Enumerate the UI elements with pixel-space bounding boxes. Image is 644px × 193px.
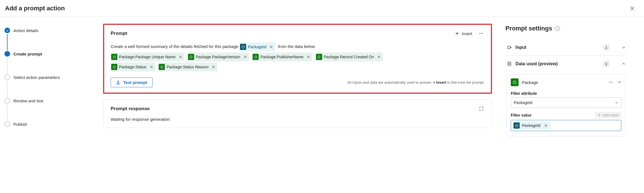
entity-icon (111, 64, 117, 70)
token-remove-button[interactable] (377, 55, 381, 59)
step-action-details[interactable]: Action details (4, 26, 91, 35)
svg-point-6 (318, 56, 320, 58)
svg-point-3 (113, 56, 115, 58)
token-remove-button[interactable] (243, 55, 248, 59)
step-dot-pending (4, 121, 10, 127)
token-status-reason[interactable]: Package.Status Reason (158, 62, 217, 71)
step-label: Review and test (13, 98, 43, 103)
dataverse-icon (240, 44, 246, 50)
svg-point-2 (482, 33, 483, 34)
svg-point-0 (479, 33, 480, 34)
more-horizontal-icon (609, 80, 613, 85)
token-remove-button[interactable] (306, 55, 311, 59)
token-label: Package.Record Created On (324, 53, 374, 61)
svg-point-5 (255, 56, 257, 58)
token-label: Package.Status (119, 63, 146, 71)
svg-point-9 (508, 62, 511, 63)
accordion-header-data-used[interactable]: Data used (preview) 1 (505, 56, 627, 72)
flask-icon (116, 80, 120, 85)
expand-button[interactable] (478, 106, 484, 112)
package-more-button[interactable] (607, 79, 614, 86)
entity-icon (253, 54, 259, 60)
chevron-up-icon (622, 62, 626, 66)
settings-title: Prompt settings (505, 25, 552, 32)
prompt-more-button[interactable] (478, 30, 484, 37)
accordion-header-input[interactable]: Input 1 (505, 39, 627, 56)
add-value-button: Add value (595, 112, 621, 118)
token-publisher-name[interactable]: Package.PublisherName (252, 52, 312, 61)
token-remove-button[interactable] (149, 65, 154, 69)
plus-icon (455, 31, 459, 36)
database-icon (507, 61, 512, 67)
filter-value-label: Filter value (511, 113, 531, 117)
step-select-action-parameters[interactable]: Select action parameters (4, 73, 91, 82)
settings-panel: Prompt settings i Input 1 (499, 17, 632, 193)
svg-point-1 (481, 33, 482, 34)
more-horizontal-icon (479, 31, 483, 36)
info-icon[interactable]: i (555, 26, 560, 31)
token-packageid-inline[interactable]: PackageId (239, 42, 275, 51)
test-prompt-label: Test prompt (123, 80, 147, 85)
step-label: Select action parameters (13, 75, 60, 80)
token-label: PackageId (248, 43, 266, 51)
chip-label: PackageId (522, 123, 540, 128)
input-icon (507, 45, 512, 50)
step-review-and-test[interactable]: Review and test (4, 96, 91, 105)
filter-value-chip[interactable]: PackageId (513, 122, 550, 129)
step-dot-pending (4, 98, 10, 103)
step-publish[interactable]: Publish (4, 120, 91, 129)
entity-icon (316, 54, 322, 60)
token-record-created-on[interactable]: Package.Record Created On (315, 52, 383, 61)
count-badge: 1 (603, 44, 609, 50)
svg-point-7 (113, 66, 115, 68)
step-label: Action details (13, 28, 38, 33)
svg-point-11 (609, 82, 610, 83)
filter-value-input[interactable]: PackageId (511, 120, 621, 131)
step-dot-pending (4, 74, 10, 80)
close-button[interactable] (628, 4, 637, 13)
token-label: Package.PackageVersion (196, 53, 241, 61)
close-icon (630, 6, 635, 11)
dataverse-icon (514, 122, 520, 129)
chevron-down-icon (615, 101, 618, 104)
token-remove-button[interactable] (178, 55, 183, 59)
prompt-response-card: Prompt response Waiting for response gen… (103, 99, 492, 128)
package-icon (511, 78, 519, 86)
entity-icon (111, 54, 117, 60)
filter-attribute-select[interactable]: PackageId (511, 97, 621, 108)
step-dot-active (4, 51, 10, 57)
count-badge: 1 (603, 61, 609, 67)
token-status[interactable]: Package.Status (111, 62, 155, 71)
step-connector (7, 105, 8, 121)
prompt-text: from the data below (278, 44, 315, 49)
accordion-input: Input 1 (505, 39, 627, 56)
svg-point-8 (161, 66, 163, 68)
response-card-title: Prompt response (111, 106, 150, 112)
chevron-up-icon (617, 80, 621, 84)
chevron-down-icon (622, 45, 626, 49)
accordion-title: Input (515, 45, 600, 50)
insert-button[interactable]: Insert (455, 31, 472, 36)
prompt-card: Prompt Insert Create a well formed summa… (103, 24, 492, 94)
accordion-data-used: Data used (preview) 1 Package (505, 56, 627, 142)
svg-point-4 (190, 56, 192, 58)
response-body: Waiting for response generation. (111, 117, 484, 122)
entity-icon (159, 64, 165, 70)
token-label: Package.PublisherName (260, 53, 303, 61)
prompt-text: Create a well formed summary of the deta… (111, 44, 238, 49)
wizard-stepper: Action details Create prompt Select acti… (0, 17, 96, 193)
token-remove-button[interactable] (269, 45, 274, 49)
prompt-editor[interactable]: Create a well formed summary of the deta… (111, 42, 484, 72)
token-package-unique-name[interactable]: Package.Package Unique Name (111, 52, 184, 61)
step-create-prompt[interactable]: Create prompt (4, 49, 91, 58)
token-package-version[interactable]: Package.PackageVersion (187, 52, 249, 61)
step-dot-completed (4, 28, 10, 33)
svg-point-13 (612, 82, 613, 83)
chip-remove-button[interactable] (544, 123, 548, 128)
accordion-title: Data used (preview) (515, 61, 600, 66)
step-label: Publish (13, 122, 27, 127)
token-label: Package.Status Reason (167, 63, 208, 71)
token-remove-button[interactable] (211, 65, 216, 69)
test-prompt-button[interactable]: Test prompt (111, 78, 153, 87)
step-connector (7, 58, 8, 74)
